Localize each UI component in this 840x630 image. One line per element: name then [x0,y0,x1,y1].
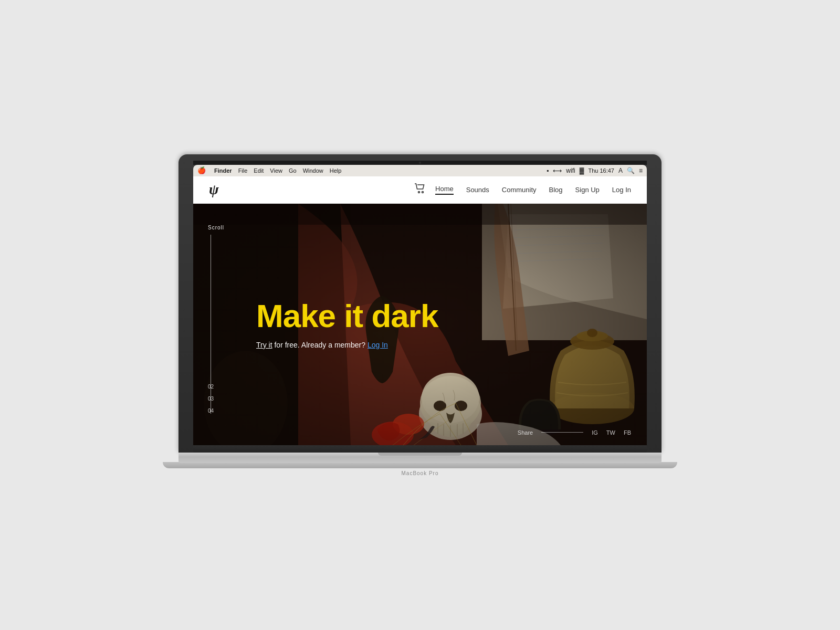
nav-sounds[interactable]: Sounds [466,186,489,194]
scroll-num-4: 04 [208,408,214,414]
menubar-file[interactable]: File [238,167,248,174]
screen-bezel: 🍎 Finder File Edit View Go Window Help ▪… [193,165,647,445]
macos-menubar: 🍎 Finder File Edit View Go Window Help ▪… [193,165,647,176]
camera-area [193,161,647,165]
hero-content: Make it dark Try it for free. Already a … [256,300,438,349]
menubar-wifi-icon: wifi [566,167,575,174]
share-bar: Share IG TW FB [518,429,631,436]
nav-signup[interactable]: Sign Up [575,186,600,194]
hero-section: Scroll 02 03 04 Make it dark Try it [193,204,647,445]
svg-point-0 [418,191,420,193]
menubar-menu-icon[interactable]: ≡ [639,167,643,174]
share-ig[interactable]: IG [592,429,598,436]
hero-headline: Make it dark [256,300,438,332]
login-link[interactable]: Log In [368,341,388,349]
menubar-left: 🍎 Finder File Edit View Go Window Help [197,166,547,174]
scroll-num-3: 03 [208,396,214,402]
menubar-view[interactable]: View [270,167,282,174]
menubar-window[interactable]: Window [303,167,323,174]
nav-community[interactable]: Community [502,186,537,194]
scroll-label: Scroll [208,225,224,230]
share-tw[interactable]: TW [606,429,615,436]
subline-middle: for free. Already a member? [274,341,365,349]
hero-subline: Try it for free. Already a member? Log I… [256,341,438,349]
scroll-indicator: Scroll 02 03 04 [208,225,224,414]
macbook-base [178,453,662,463]
share-label: Share [518,429,533,436]
nav-login[interactable]: Log In [612,186,631,194]
try-link[interactable]: Try it [256,341,272,349]
apple-menu[interactable]: 🍎 [197,166,206,174]
menubar-user-icon: A [618,167,623,174]
nav-home[interactable]: Home [435,185,454,195]
share-fb[interactable]: FB [624,429,631,436]
svg-point-1 [422,191,424,193]
menubar-finder[interactable]: Finder [214,167,232,174]
camera-dot [419,162,421,164]
menubar-search-icon[interactable]: 🔍 [627,167,635,174]
macbook-hinge [378,453,462,456]
site-header: ψ Home Sounds Community Blog Sign [193,176,647,204]
nav-blog[interactable]: Blog [549,186,563,194]
menubar-bt-icon: ⟷ [553,167,562,174]
menubar-battery-icon: ▓ [580,167,584,174]
scroll-num-2: 02 [208,384,214,390]
svg-rect-31 [193,204,647,225]
site-nav: Home Sounds Community Blog Sign Up Log I… [435,185,631,195]
macbook-chin [193,445,647,453]
scroll-numbers: 02 03 04 [208,384,214,414]
website: ψ Home Sounds Community Blog Sign [193,176,647,445]
menubar-time: Thu 16:47 [588,167,614,174]
menubar-right: ▪ ⟷ wifi ▓ Thu 16:47 A 🔍 ≡ [547,167,643,174]
menubar-help[interactable]: Help [330,167,342,174]
macbook-wrapper: 🍎 Finder File Edit View Go Window Help ▪… [178,154,662,476]
share-line [541,432,583,433]
macbook-label: MacBook Pro [401,470,438,476]
menubar-edit[interactable]: Edit [254,167,264,174]
site-logo[interactable]: ψ [209,182,219,197]
cart-icon[interactable] [414,183,426,196]
macbook-lid: 🍎 Finder File Edit View Go Window Help ▪… [178,154,662,453]
menubar-screen-icon: ▪ [547,167,549,174]
menubar-go[interactable]: Go [289,167,297,174]
